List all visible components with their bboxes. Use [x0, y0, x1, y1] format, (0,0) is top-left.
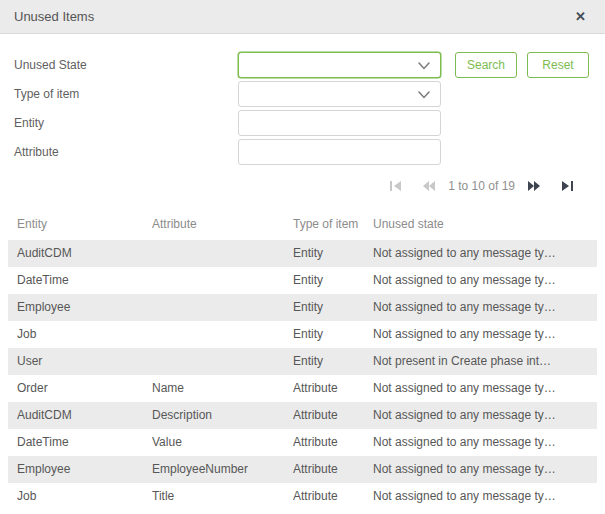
table-cell: Description — [152, 402, 288, 429]
first-page-icon[interactable] — [389, 180, 402, 192]
next-page-icon[interactable] — [527, 180, 541, 192]
table-cell: Job — [17, 483, 147, 510]
table-cell: Not assigned to any message ty… — [373, 321, 593, 348]
table-row[interactable]: OrderNameAttributeNot assigned to any me… — [8, 375, 597, 402]
table-row[interactable]: EmployeeEntityNot assigned to any messag… — [8, 294, 597, 321]
table-cell: AuditCDM — [17, 402, 147, 429]
table-cell: Attribute — [293, 429, 368, 456]
column-header-unused-state[interactable]: Unused state — [373, 212, 444, 236]
type-of-item-label: Type of item — [14, 81, 79, 107]
table-cell: Attribute — [293, 375, 368, 402]
chevron-down-icon — [418, 91, 430, 99]
table-cell: User — [17, 348, 147, 375]
table-cell: DateTime — [17, 267, 147, 294]
table-cell: Entity — [293, 321, 368, 348]
last-page-icon[interactable] — [561, 180, 574, 192]
filter-row-type-of-item: Type of item — [0, 81, 605, 107]
table-cell: Job — [17, 321, 147, 348]
type-of-item-select[interactable] — [238, 81, 441, 107]
unused-items-dialog: Unused Items ✕ Unused State Type of item… — [0, 0, 605, 514]
table-cell: Title — [152, 483, 288, 510]
table-cell: Not assigned to any message ty… — [373, 429, 593, 456]
column-header-type-of-item[interactable]: Type of item — [293, 212, 358, 236]
column-header-attribute[interactable]: Attribute — [152, 212, 197, 236]
table-body: AuditCDMEntityNot assigned to any messag… — [8, 240, 597, 510]
table-cell: Entity — [293, 267, 368, 294]
table-cell: Attribute — [293, 402, 368, 429]
table-cell: Name — [152, 375, 288, 402]
attribute-input[interactable] — [238, 139, 441, 165]
previous-page-icon[interactable] — [422, 180, 436, 192]
table-cell: Not assigned to any message ty… — [373, 294, 593, 321]
dialog-title: Unused Items — [14, 0, 94, 33]
table-cell: Attribute — [293, 483, 368, 510]
table-cell: Order — [17, 375, 147, 402]
table-cell: DateTime — [17, 429, 147, 456]
pagination: 1 to 10 of 19 — [389, 174, 574, 198]
table-row[interactable]: DateTimeValueAttributeNot assigned to an… — [8, 429, 597, 456]
reset-button[interactable]: Reset — [527, 52, 589, 78]
table-cell: Employee — [17, 294, 147, 321]
table-row[interactable]: AuditCDMDescriptionAttributeNot assigned… — [8, 402, 597, 429]
table-cell: Not assigned to any message ty… — [373, 402, 593, 429]
search-button[interactable]: Search — [455, 52, 517, 78]
entity-input[interactable] — [238, 110, 441, 136]
table-cell: Entity — [293, 240, 368, 267]
pagination-range: 1 to 10 of 19 — [448, 179, 515, 193]
table-row[interactable]: EmployeeEmployeeNumberAttributeNot assig… — [8, 456, 597, 483]
table-cell: Entity — [293, 348, 368, 375]
filter-actions: Search Reset — [0, 52, 605, 78]
entity-label: Entity — [14, 110, 44, 136]
table-cell: Value — [152, 429, 288, 456]
table-cell: Not present in Create phase int… — [373, 348, 593, 375]
table-row[interactable]: UserEntityNot present in Create phase in… — [8, 348, 597, 375]
filter-row-entity: Entity — [0, 110, 605, 136]
close-icon[interactable]: ✕ — [575, 0, 586, 33]
table-cell: Not assigned to any message ty… — [373, 375, 593, 402]
table-row[interactable]: DateTimeEntityNot assigned to any messag… — [8, 267, 597, 294]
table-cell: AuditCDM — [17, 240, 147, 267]
table-cell: Not assigned to any message ty… — [373, 240, 593, 267]
table-cell: Employee — [17, 456, 147, 483]
column-header-entity[interactable]: Entity — [17, 212, 47, 236]
table-row[interactable]: AuditCDMEntityNot assigned to any messag… — [8, 240, 597, 267]
dialog-header: Unused Items ✕ — [0, 0, 605, 34]
table-header: Entity Attribute Type of item Unused sta… — [0, 212, 605, 236]
table-cell: Entity — [293, 294, 368, 321]
table-cell: EmployeeNumber — [152, 456, 288, 483]
attribute-label: Attribute — [14, 139, 59, 165]
table-cell: Not assigned to any message ty… — [373, 456, 593, 483]
table-cell: Not assigned to any message ty… — [373, 267, 593, 294]
table-cell: Attribute — [293, 456, 368, 483]
filter-row-attribute: Attribute — [0, 139, 605, 165]
table-row[interactable]: JobEntityNot assigned to any message ty… — [8, 321, 597, 348]
table-row[interactable]: JobTitleAttributeNot assigned to any mes… — [8, 483, 597, 510]
table-cell: Not assigned to any message ty… — [373, 483, 593, 510]
